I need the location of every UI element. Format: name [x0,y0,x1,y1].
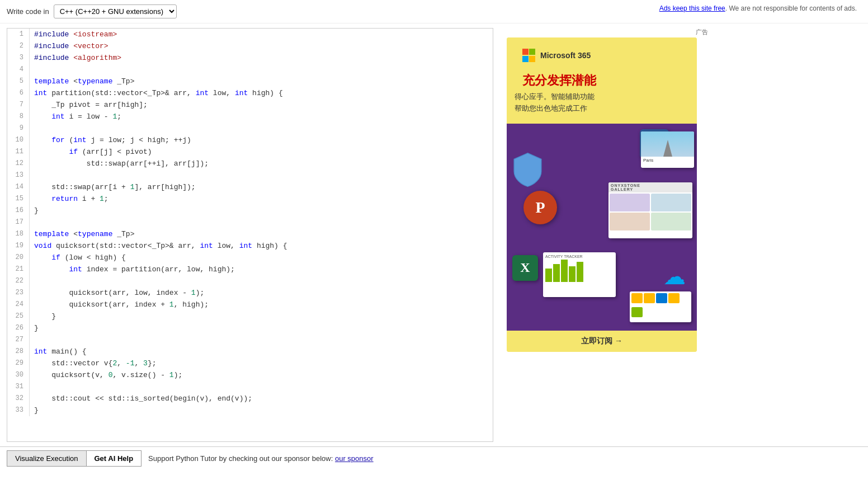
code-line: 16 } [7,205,493,217]
code-line: 13 [7,170,493,181]
ad-cta-button[interactable]: 立即订阅 → [507,331,697,352]
code-line: 18 template <typename _Tp> [7,228,493,240]
code-line: 24 quicksort(arr, index + 1, high); [7,299,493,310]
onedrive-icon: ☁ [663,263,686,289]
code-line: 15 return i + 1; [7,193,493,205]
ad-label: 广告 [507,28,708,36]
code-line: 10 for (int j = low; j < high; ++j) [7,134,493,146]
activity-screenshot: ACTIVITY TRACKER [543,252,616,297]
code-line: 1 #include <iostream> [7,29,493,40]
sponsor-link[interactable]: our sponsor [335,454,374,463]
ms365-logo [522,49,536,62]
language-select[interactable]: C++ (C++20 + GNU extensions) Python 3 Ja… [54,4,177,18]
visualize-button[interactable]: Visualize Execution [7,450,86,467]
shield-icon [512,152,543,188]
code-line: 14 std::swap(arr[i + 1], arr[high]); [7,181,493,193]
ai-help-button[interactable]: Get AI Help [86,450,142,467]
ad-sidebar: 广告 Microsoft 365 充分发挥潜能 [507,28,708,352]
gallery-screenshot: ONYXSTONEGALLERY [608,182,692,238]
code-line: 26 } [7,322,493,334]
code-line: 6 int partition(std::vector<_Tp>& arr, i… [7,87,493,99]
main-layout: 1 #include <iostream> 2 #include <vector… [0,23,868,446]
code-line: 3 #include <algorithm> [7,52,493,64]
code-line: 27 [7,334,493,346]
paris-screenshot: Paris [641,131,694,168]
code-line: 17 [7,217,493,228]
bottom-bar: Visualize Execution Get AI Help Support … [0,446,868,470]
code-line: 23 quicksort(arr, low, index - 1); [7,287,493,299]
code-line: 11 if (arr[j] < pivot) [7,146,493,158]
excel-icon: X [512,255,538,281]
support-text: Support Python Tutor by checking out our… [148,454,374,463]
ad-subtitle: 得心应手。智能辅助功能 帮助您出色地完成工作 [515,90,689,120]
code-line: 12 std::swap(arr[++i], arr[j]); [7,158,493,170]
ad-link[interactable]: Ads keep this site free [659,4,725,12]
code-line: 22 [7,275,493,287]
code-line: 33 } [7,404,493,416]
ad-brand-header: Microsoft 365 [515,43,689,68]
ad-title: 充分发挥潜能 [515,68,689,90]
code-line: 8 int i = low - 1; [7,111,493,123]
ad-brand-name: Microsoft 365 [540,51,591,60]
ad-header-text: Ads keep this site free. We are not resp… [659,4,857,12]
ad-suffix: . We are not responsible for contents of… [725,4,857,12]
code-line: 7 _Tp pivot = arr[high]; [7,99,493,111]
files-screenshot [630,291,691,322]
code-line: 25 } [7,310,493,322]
code-line: 28 int main() { [7,346,493,357]
code-line: 31 [7,381,493,393]
code-line: 2 #include <vector> [7,40,493,52]
code-line: 9 [7,123,493,134]
powerpoint-icon: P [523,191,557,224]
ad-yellow-area: Microsoft 365 充分发挥潜能 得心应手。智能辅助功能 帮助您出色地完… [507,37,697,124]
code-line: 21 int index = partition(arr, low, high)… [7,263,493,275]
code-panel[interactable]: 1 #include <iostream> 2 #include <vector… [7,28,493,442]
code-line: 29 std::vector v{2, -1, 3}; [7,357,493,369]
code-line: 20 if (low < high) { [7,252,493,263]
ad-box: Microsoft 365 充分发挥潜能 得心应手。智能辅助功能 帮助您出色地完… [507,37,697,352]
write-code-label: Write code in [7,7,49,16]
code-line: 5 template <typename _Tp> [7,76,493,87]
code-line: 32 std::cout << std::is_sorted(begin(v),… [7,393,493,404]
ad-purple-area: W Paris [507,124,697,331]
code-line: 4 [7,64,493,76]
code-line: 30 quicksort(v, 0, v.size() - 1); [7,369,493,381]
code-line: 19 void quicksort(std::vector<_Tp>& arr,… [7,240,493,252]
